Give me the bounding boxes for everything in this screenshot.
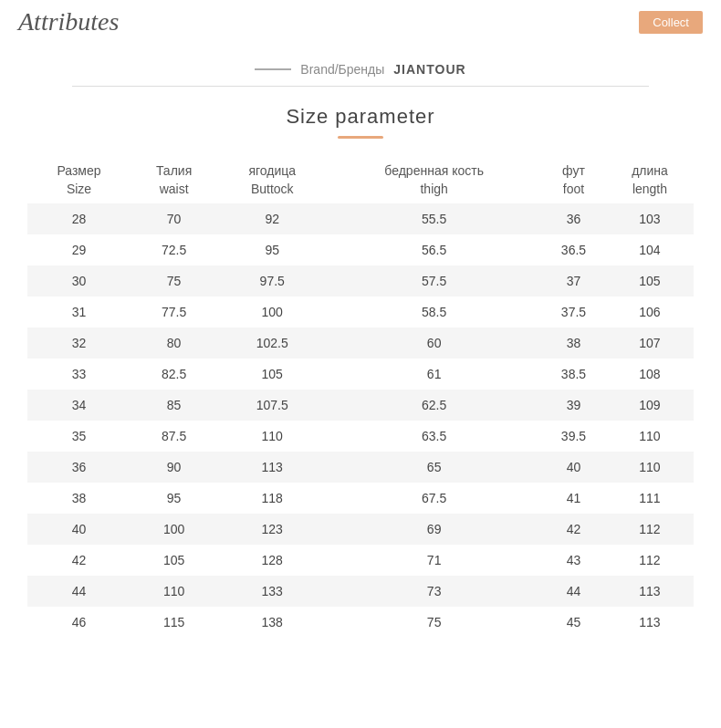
- col-header-foot: фут foot: [541, 157, 606, 203]
- table-cell: 102.5: [217, 328, 327, 359]
- brand-divider-left: [255, 68, 291, 70]
- col-header-buttock: ягодица Buttock: [217, 157, 327, 203]
- size-parameter-section: Size parameter Размер Size Талия waist я…: [0, 87, 721, 665]
- table-row: 389511867.541111: [27, 483, 694, 514]
- table-cell: 45: [541, 607, 606, 638]
- table-cell: 73: [327, 576, 541, 607]
- table-cell: 38.5: [541, 359, 606, 390]
- table-row: 307597.557.537105: [27, 265, 694, 296]
- table-cell: 40: [541, 452, 606, 483]
- table-cell: 40: [27, 514, 131, 545]
- table-cell: 80: [131, 328, 217, 359]
- table-cell: 63.5: [327, 421, 541, 452]
- table-row: 401001236942112: [27, 514, 694, 545]
- table-cell: 41: [541, 483, 606, 514]
- table-cell: 90: [131, 452, 217, 483]
- table-cell: 105: [131, 545, 217, 576]
- table-cell: 60: [327, 328, 541, 359]
- table-cell: 44: [27, 576, 131, 607]
- table-cell: 36.5: [541, 234, 606, 265]
- table-cell: 77.5: [131, 296, 217, 328]
- collect-button[interactable]: Collect: [639, 11, 703, 34]
- table-cell: 123: [217, 514, 327, 545]
- table-cell: 29: [27, 234, 131, 265]
- table-cell: 28: [27, 203, 131, 234]
- table-cell: 110: [131, 576, 217, 607]
- table-cell: 36: [27, 452, 131, 483]
- table-cell: 57.5: [327, 265, 541, 296]
- table-row: 3485107.562.539109: [27, 390, 694, 421]
- table-row: 3382.51056138.5108: [27, 359, 694, 390]
- table-cell: 31: [27, 296, 131, 328]
- table-cell: 92: [217, 203, 327, 234]
- col-header-thigh: бедренная кость thigh: [327, 157, 541, 203]
- page-title: Attributes: [18, 7, 119, 36]
- table-cell: 110: [217, 421, 327, 452]
- table-row: 421051287143112: [27, 545, 694, 576]
- table-cell: 34: [27, 390, 131, 421]
- table-cell: 38: [541, 328, 606, 359]
- table-cell: 82.5: [131, 359, 217, 390]
- table-cell: 39.5: [541, 421, 606, 452]
- table-cell: 103: [606, 203, 694, 234]
- table-cell: 111: [606, 483, 694, 514]
- table-cell: 69: [327, 514, 541, 545]
- table-row: 28709255.536103: [27, 203, 694, 234]
- section-title: Size parameter: [27, 105, 694, 129]
- table-cell: 100: [131, 514, 217, 545]
- table-cell: 70: [131, 203, 217, 234]
- header-area: Attributes Collect: [0, 0, 721, 44]
- table-cell: 42: [541, 514, 606, 545]
- table-cell: 107.5: [217, 390, 327, 421]
- table-cell: 113: [606, 576, 694, 607]
- table-cell: 110: [606, 421, 694, 452]
- table-row: 441101337344113: [27, 576, 694, 607]
- table-cell: 72.5: [131, 234, 217, 265]
- col-header-size: Размер Size: [27, 157, 131, 203]
- table-cell: 33: [27, 359, 131, 390]
- table-cell: 118: [217, 483, 327, 514]
- table-cell: 38: [27, 483, 131, 514]
- table-cell: 105: [217, 359, 327, 390]
- table-row: 3280102.56038107: [27, 328, 694, 359]
- table-cell: 43: [541, 545, 606, 576]
- table-cell: 95: [217, 234, 327, 265]
- table-row: 3177.510058.537.5106: [27, 296, 694, 328]
- table-cell: 75: [327, 607, 541, 638]
- table-cell: 112: [606, 514, 694, 545]
- brand-name: JIANTOUR: [393, 62, 465, 77]
- table-cell: 56.5: [327, 234, 541, 265]
- table-cell: 37.5: [541, 296, 606, 328]
- table-cell: 112: [606, 545, 694, 576]
- table-cell: 128: [217, 545, 327, 576]
- table-cell: 113: [217, 452, 327, 483]
- page-container: Attributes Collect Brand/Бренды JIANTOUR…: [0, 0, 721, 665]
- table-cell: 138: [217, 607, 327, 638]
- size-table: Размер Size Талия waist ягодица Buttock …: [27, 157, 694, 638]
- table-cell: 104: [606, 234, 694, 265]
- table-row: 2972.59556.536.5104: [27, 234, 694, 265]
- table-cell: 108: [606, 359, 694, 390]
- table-cell: 97.5: [217, 265, 327, 296]
- table-cell: 75: [131, 265, 217, 296]
- table-cell: 58.5: [327, 296, 541, 328]
- table-cell: 133: [217, 576, 327, 607]
- table-cell: 100: [217, 296, 327, 328]
- table-cell: 32: [27, 328, 131, 359]
- table-cell: 115: [131, 607, 217, 638]
- col-header-length: длина length: [606, 157, 694, 203]
- table-cell: 95: [131, 483, 217, 514]
- table-cell: 106: [606, 296, 694, 328]
- table-cell: 39: [541, 390, 606, 421]
- table-cell: 55.5: [327, 203, 541, 234]
- brand-section: Brand/Бренды JIANTOUR: [0, 44, 721, 86]
- table-cell: 87.5: [131, 421, 217, 452]
- table-cell: 36: [541, 203, 606, 234]
- table-cell: 62.5: [327, 390, 541, 421]
- col-header-waist: Талия waist: [131, 157, 217, 203]
- table-row: 461151387545113: [27, 607, 694, 638]
- table-cell: 44: [541, 576, 606, 607]
- table-cell: 67.5: [327, 483, 541, 514]
- table-cell: 110: [606, 452, 694, 483]
- table-cell: 42: [27, 545, 131, 576]
